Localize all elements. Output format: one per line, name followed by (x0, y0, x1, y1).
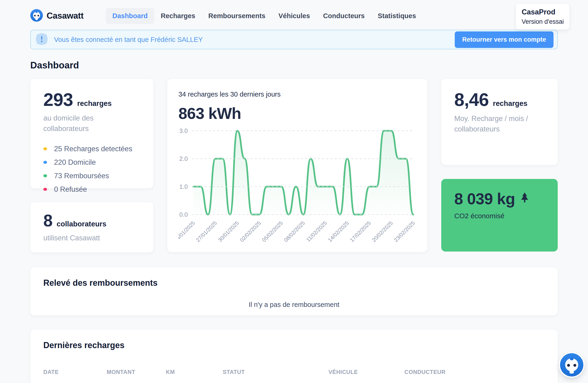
recharges-total-value: 293 (43, 89, 73, 110)
nav-item-remboursements[interactable]: Remboursements (202, 8, 272, 24)
recharges-total-subtitle: au domicile des collaborateurs (43, 113, 140, 134)
nav-item-conducteurs[interactable]: Conducteurs (316, 8, 371, 24)
svg-text:27/01/2025: 27/01/2025 (195, 220, 218, 243)
return-to-account-button[interactable]: Retourner vers mon compte (455, 31, 553, 48)
legend-item-remboursees: 73 Remboursées (43, 172, 140, 180)
chart-caption: 34 recharges les 30 derniers jours (178, 91, 416, 98)
legend-item-domicile: 220 Domicile (43, 158, 140, 167)
recharges-total-card: 293 recharges au domicile des collaborat… (30, 79, 153, 188)
casawatt-socket-icon (560, 353, 583, 377)
reimbursements-card: Relevé des remboursements Il n'y a pas d… (30, 267, 558, 315)
main-nav: Dashboard Recharges Remboursements Véhic… (106, 8, 422, 24)
recharges-total-unit: recharges (77, 99, 112, 108)
column-km: KM (166, 369, 223, 375)
column-statut: STATUT (223, 369, 329, 375)
legend-item-detectees: 25 Recharges detectées (43, 145, 140, 153)
collaborators-card: 8 collaborateurs utilisent Casawatt (30, 202, 153, 252)
svg-text:0.0: 0.0 (179, 211, 188, 218)
recent-charges-title: Dernières recharges (43, 340, 545, 350)
co2-subtitle: CO2 économisé (454, 212, 545, 220)
energy-chart-card: 34 recharges les 30 derniers jours 863 k… (167, 79, 427, 252)
left-column: 293 recharges au domicile des collaborat… (30, 79, 153, 252)
chat-widget-button[interactable] (560, 353, 583, 377)
legend-dot-yellow (43, 147, 47, 150)
recharges-legend: 25 Recharges detectées 220 Domicile 73 R… (43, 145, 140, 193)
nav-item-vehicules[interactable]: Véhicules (272, 8, 316, 24)
svg-text:23/02/2025: 23/02/2025 (393, 220, 416, 243)
casawatt-logo-icon (30, 9, 43, 22)
svg-text:2.0: 2.0 (179, 155, 188, 162)
svg-text:02/02/2025: 02/02/2025 (239, 220, 262, 243)
svg-text:17/02/2025: 17/02/2025 (349, 220, 372, 243)
recent-charges-card: Dernières recharges DATE MONTANT KM STAT… (30, 330, 558, 383)
page-title: Dashboard (30, 60, 558, 71)
right-column: 8,46 recharges Moy. Recharge / mois / co… (441, 79, 558, 251)
legend-dot-green (43, 174, 47, 177)
recent-charges-table-header: DATE MONTANT KM STATUT VÉHICULE CONDUCTE… (43, 369, 545, 375)
collaborators-subtitle: utilisent Casawatt (43, 233, 140, 243)
svg-text:20/02/2025: 20/02/2025 (371, 220, 394, 243)
svg-text:3.0: 3.0 (179, 127, 188, 134)
account-badge-title: CasaProd (522, 8, 564, 16)
column-vehicule: VÉHICULE (329, 369, 404, 375)
brand-name: Casawatt (47, 11, 84, 21)
average-recharges-card: 8,46 recharges Moy. Recharge / mois / co… (441, 79, 558, 165)
nav-item-statistiques[interactable]: Statistiques (371, 8, 422, 24)
account-badge[interactable]: CasaProd Version d'essai (516, 4, 569, 30)
average-unit: recharges (493, 99, 527, 108)
impersonation-message: Vous êtes connecté en tant que Frédéric … (54, 36, 203, 43)
co2-value: 8 039 kg (454, 190, 515, 208)
chart-headline: 863 kWh (178, 104, 416, 122)
column-conducteur: CONDUCTEUR (404, 369, 446, 375)
legend-dot-blue (43, 161, 47, 164)
svg-text:08/02/2025: 08/02/2025 (283, 220, 306, 243)
alert-icon (36, 33, 47, 46)
average-subtitle: Moy. Recharge / mois / collaborateurs (454, 114, 547, 134)
svg-text:05/02/2025: 05/02/2025 (261, 220, 284, 243)
svg-text:30/01/2025: 30/01/2025 (217, 220, 240, 243)
average-value: 8,46 (454, 89, 489, 110)
svg-text:14/02/2025: 14/02/2025 (327, 220, 350, 243)
top-navigation-bar: Casawatt Dashboard Recharges Rembourseme… (0, 0, 588, 25)
legend-item-refusee: 0 Refusée (43, 185, 140, 193)
co2-card: 8 039 kg CO2 économisé (441, 179, 558, 251)
stats-grid: 293 recharges au domicile des collaborat… (30, 79, 558, 252)
collaborators-value: 8 (43, 211, 52, 230)
reimbursements-empty-message: Il n'y a pas de remboursement (43, 301, 545, 308)
brand: Casawatt (30, 9, 84, 22)
nav-item-recharges[interactable]: Recharges (154, 8, 202, 24)
legend-dot-red (43, 188, 47, 191)
collaborators-unit: collaborateurs (57, 220, 106, 228)
reimbursements-title: Relevé des remboursements (43, 278, 545, 288)
column-montant: MONTANT (107, 369, 166, 375)
svg-text:24/01/2025: 24/01/2025 (178, 220, 196, 243)
impersonation-banner: Vous êtes connecté en tant que Frédéric … (30, 30, 558, 49)
nav-item-dashboard[interactable]: Dashboard (106, 8, 154, 24)
account-badge-subtitle: Version d'essai (522, 18, 564, 25)
svg-text:1.0: 1.0 (179, 183, 188, 190)
chart-svg: 0.01.02.03.024/01/202527/01/202530/01/20… (178, 124, 416, 245)
column-date: DATE (43, 369, 107, 375)
tree-icon (521, 192, 529, 205)
svg-text:11/02/2025: 11/02/2025 (305, 220, 328, 243)
recharges-line-chart: 0.01.02.03.024/01/202527/01/202530/01/20… (178, 124, 416, 245)
dashboard-page: Casawatt Dashboard Recharges Rembourseme… (0, 0, 588, 383)
middle-column: 34 recharges les 30 derniers jours 863 k… (167, 79, 427, 252)
